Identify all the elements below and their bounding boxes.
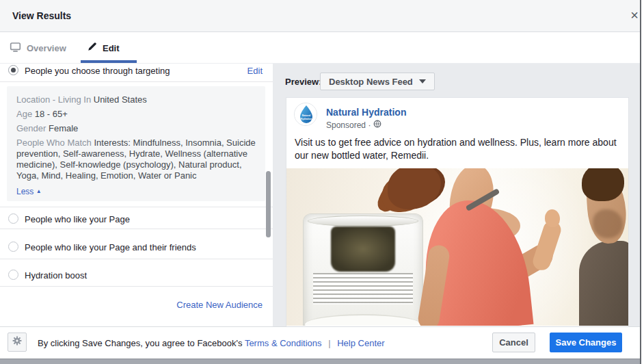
modal-title: View Results [12, 10, 71, 21]
tab-bar: Overview Edit [0, 32, 640, 64]
globe-icon [373, 120, 381, 130]
divider [0, 286, 273, 287]
photo-man-hair [582, 168, 624, 201]
chevron-down-icon [419, 79, 426, 83]
option-targeting-label[interactable]: People you choose through targeting [25, 66, 170, 76]
edit-audience-link[interactable]: Edit [247, 66, 263, 76]
radio-hydration-boost[interactable] [8, 270, 18, 280]
tab-edit-label: Edit [103, 43, 120, 53]
radio-page-likes[interactable] [8, 213, 18, 224]
targeting-summary-box: Location - Living In United States Age 1… [7, 86, 265, 201]
preview-panel: Preview: Desktop News Feed Natural Hydra… [273, 64, 640, 326]
tab-overview[interactable]: Overview [10, 32, 66, 64]
detail-age: Age 18 - 65+ [16, 107, 256, 121]
sponsored-label: Sponsored · [326, 120, 381, 130]
photo-bottle-rim [308, 216, 418, 226]
option-hydration-boost-label[interactable]: Hydration boost [25, 270, 87, 281]
help-center-link[interactable]: Help Center [337, 338, 384, 348]
active-tab-underline [81, 60, 137, 63]
modal-footer: By clicking Save Changes, you agree to F… [0, 326, 640, 359]
preview-format-dropdown[interactable]: Desktop News Feed [320, 73, 435, 90]
desktop-icon [10, 41, 21, 55]
ad-image[interactable] [286, 168, 628, 326]
page-avatar[interactable]: Natural Hydration [294, 103, 317, 126]
radio-page-likes-friends[interactable] [8, 242, 18, 252]
caret-up-icon: ▲ [36, 188, 42, 194]
svg-text:Hydration: Hydration [301, 118, 312, 120]
horizontal-scrollbar[interactable] [0, 359, 644, 364]
window-right-edge [640, 0, 644, 364]
photo-man-stubble [593, 209, 623, 238]
detail-gender: Gender Female [16, 121, 256, 135]
option-page-likes-friends-label[interactable]: People who like your Page and their frie… [25, 242, 196, 252]
pencil-icon [87, 42, 97, 54]
option-page-likes-label[interactable]: People who like your Page [25, 214, 130, 224]
less-link[interactable]: Less ▲ [16, 187, 42, 196]
divider [0, 207, 273, 207]
photo-bottle-ridges [313, 273, 413, 304]
detail-interests: People Who Match Interests: Mindfulness,… [16, 138, 256, 181]
photo-water-bottle [303, 213, 423, 326]
ad-preview-card: Natural Hydration Natural Hydration Spon… [286, 97, 629, 326]
terms-conditions-link[interactable]: Terms & Conditions [245, 338, 322, 348]
radio-targeting[interactable] [8, 65, 18, 75]
preview-label: Preview: [285, 77, 321, 87]
photo-bottle-lower [305, 314, 421, 326]
photo-bottle-cap [331, 226, 395, 272]
save-disclaimer: By clicking Save Changes, you agree to F… [38, 338, 385, 348]
ad-body-text: Visit us to get free advice on hydration… [295, 136, 621, 162]
detail-location: Location - Living In United States [16, 92, 256, 107]
modal-header: View Results × [0, 0, 640, 32]
divider [0, 229, 273, 229]
divider [0, 81, 273, 82]
photo-woman-hand [545, 209, 560, 227]
preview-format-value: Desktop News Feed [329, 77, 413, 87]
left-panel-scrollbar[interactable] [266, 171, 271, 237]
page-name-link[interactable]: Natural Hydration [326, 107, 406, 118]
divider [0, 259, 273, 259]
save-changes-button[interactable]: Save Changes [550, 333, 622, 352]
svg-text:Natural: Natural [302, 114, 310, 117]
tab-overview-label: Overview [27, 43, 66, 53]
tab-edit[interactable]: Edit [87, 32, 120, 64]
gear-icon [12, 335, 23, 349]
cancel-button[interactable]: Cancel [492, 333, 535, 352]
settings-button[interactable] [8, 333, 27, 352]
photo-man-shirt [579, 241, 628, 326]
view-results-modal: View Results × Overview Edit People you … [0, 0, 644, 364]
create-new-audience-link[interactable]: Create New Audience [176, 300, 263, 310]
audience-panel: People you choose through targeting Edit… [0, 64, 273, 326]
